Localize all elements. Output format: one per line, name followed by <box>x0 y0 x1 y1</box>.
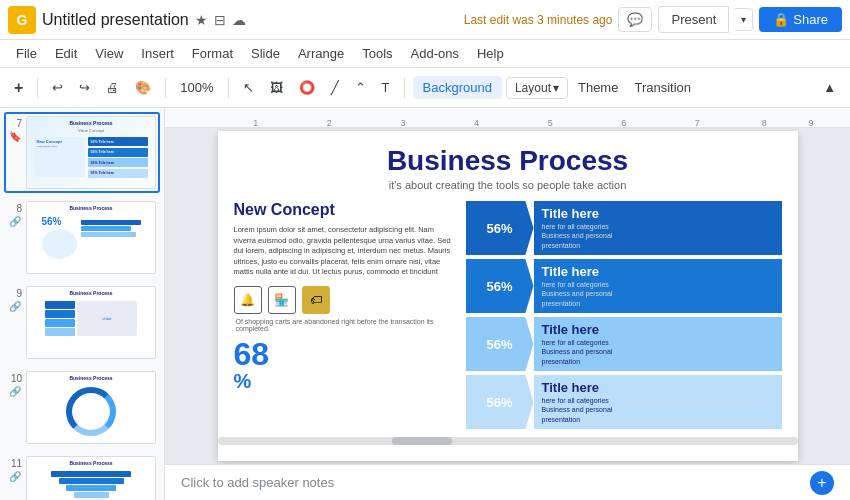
undo-button[interactable]: ↩ <box>46 76 69 99</box>
chevron-row-1[interactable]: 56% Title here here for all categoriesBu… <box>466 201 782 255</box>
menu-addons[interactable]: Add-ons <box>403 44 467 63</box>
slide-big-pct: % <box>234 370 454 393</box>
slide-preview-7: Business Process Value Concept New Conce… <box>26 116 156 189</box>
slide-right-column: 56% Title here here for all categoriesBu… <box>466 201 782 429</box>
slide-thumb-11[interactable]: 11 🔗 Business Process <box>4 452 160 500</box>
thumb-title-11: Business Process <box>69 460 112 466</box>
slide-icon-area-9: 9 🔗 <box>8 286 22 312</box>
zoom-level[interactable]: 100% <box>174 76 219 99</box>
layout-button[interactable]: Layout ▾ <box>506 77 568 99</box>
present-button[interactable]: Present <box>658 6 729 33</box>
menu-slide[interactable]: Slide <box>243 44 288 63</box>
thumb-content-10: Business Process <box>27 372 155 443</box>
title-area: Untitled presentation ★ ⊟ ☁ <box>42 11 458 29</box>
slide-panel[interactable]: 7 🔖 Business Process Value Concept New C… <box>0 108 165 500</box>
ruler-mark-2: 2 <box>327 118 332 128</box>
line-tool[interactable]: ╱ <box>325 76 345 99</box>
menu-file[interactable]: File <box>8 44 45 63</box>
slide-thumb-8[interactable]: 8 🔗 Business Process 56% <box>4 197 160 278</box>
cloud-icon[interactable]: ☁ <box>232 12 246 28</box>
present-dropdown-button[interactable]: ▾ <box>735 8 753 31</box>
ruler-mark-5: 5 <box>548 118 553 128</box>
toolbar-sep-1 <box>37 78 38 98</box>
slide-icon-area-7: 7 🔖 <box>8 116 22 142</box>
paint-button[interactable]: 🎨 <box>129 76 157 99</box>
slide-thumb-9[interactable]: 9 🔗 Business Process chart <box>4 282 160 363</box>
menu-view[interactable]: View <box>87 44 131 63</box>
chevron-row-4[interactable]: 56% Title here here for all categoriesBu… <box>466 375 782 429</box>
thumb-content-7: Business Process Value Concept New Conce… <box>27 117 155 188</box>
chevron-title-3: Title here <box>542 322 774 337</box>
add-slide-button[interactable]: + <box>8 75 29 101</box>
menu-arrange[interactable]: Arrange <box>290 44 352 63</box>
print-button[interactable]: 🖨 <box>100 76 125 99</box>
slide-thumb-7[interactable]: 7 🔖 Business Process Value Concept New C… <box>4 112 160 193</box>
textbox-tool[interactable]: T <box>376 76 396 99</box>
share-button[interactable]: 🔒 Share <box>759 7 842 32</box>
layout-arrow-icon: ▾ <box>553 81 559 95</box>
chevron-title-box-3: Title here here for all categoriesBusine… <box>534 317 782 371</box>
slide-left-column: New Concept Lorem ipsum dolor sit amet, … <box>234 201 454 429</box>
ruler: 1 2 3 4 5 6 7 8 9 <box>165 108 850 128</box>
thumb-content-9: Business Process chart <box>27 287 155 358</box>
slide-canvas[interactable]: Business Process it's about creating the… <box>218 131 798 461</box>
thumb-title-10: Business Process <box>69 375 112 381</box>
slide-subtitle[interactable]: it's about creating the tools so people … <box>218 179 798 191</box>
menu-edit[interactable]: Edit <box>47 44 85 63</box>
thumb-title-8: Business Process <box>69 205 112 211</box>
add-slide-fab-button[interactable]: + <box>810 471 834 495</box>
slide-main-title[interactable]: Business Process <box>218 145 798 177</box>
chevron-sub-1: here for all categoriesBusiness and pers… <box>542 222 774 249</box>
theme-button[interactable]: Theme <box>572 76 624 99</box>
slide-icon-area-8: 8 🔗 <box>8 201 22 227</box>
menu-insert[interactable]: Insert <box>133 44 182 63</box>
collapse-button[interactable]: ▲ <box>817 76 842 99</box>
toolbar-sep-4 <box>404 78 405 98</box>
slide-canvas-area[interactable]: Business Process it's about creating the… <box>165 128 850 464</box>
shape-tool[interactable]: ⭕ <box>293 76 321 99</box>
redo-button[interactable]: ↪ <box>73 76 96 99</box>
background-button[interactable]: Background <box>413 76 502 99</box>
cursor-tool[interactable]: ↖ <box>237 76 260 99</box>
slide-body-text[interactable]: Lorem ipsum dolor sit amet, consectetur … <box>234 225 454 278</box>
main-layout: 7 🔖 Business Process Value Concept New C… <box>0 108 850 500</box>
comment-button[interactable]: 💬 <box>618 7 652 32</box>
menu-format[interactable]: Format <box>184 44 241 63</box>
chevron-sub-3: here for all categoriesBusiness and pers… <box>542 338 774 365</box>
thumb-title-7: Business Process <box>69 120 112 126</box>
image-tool[interactable]: 🖼 <box>264 76 289 99</box>
link-icon-10: 🔗 <box>9 386 21 397</box>
thumb-content-11: Business Process <box>27 457 155 500</box>
icon-box-bell[interactable]: 🔔 <box>234 286 262 314</box>
transition-button[interactable]: Transition <box>628 76 697 99</box>
ruler-mark-8: 8 <box>762 118 767 128</box>
notes-area[interactable]: Click to add speaker notes + <box>165 464 850 500</box>
slide-preview-11: Business Process <box>26 456 156 500</box>
slide-icons-row: 🔔 🏪 🏷 <box>234 286 454 314</box>
slide-header: Business Process it's about creating the… <box>218 131 798 191</box>
icon-box-tag[interactable]: 🏷 <box>302 286 330 314</box>
slide-thumb-10[interactable]: 10 🔗 Business Process <box>4 367 160 448</box>
icon-box-store[interactable]: 🏪 <box>268 286 296 314</box>
ruler-mark-3: 3 <box>400 118 405 128</box>
chevron-row-3[interactable]: 56% Title here here for all categoriesBu… <box>466 317 782 371</box>
slide-big-number: 68 <box>234 338 454 370</box>
star-icon[interactable]: ★ <box>195 12 208 28</box>
ruler-mark-1: 1 <box>253 118 258 128</box>
scroll-indicator <box>218 433 798 449</box>
doc-title[interactable]: Untitled presentation <box>42 11 189 29</box>
chevron-title-2: Title here <box>542 264 774 279</box>
page-scrollbar[interactable] <box>218 437 798 445</box>
arrow-tool[interactable]: ⌃ <box>349 76 372 99</box>
slide-icons-caption: Of shopping carts are abandoned right be… <box>236 318 454 332</box>
slide-left-title[interactable]: New Concept <box>234 201 454 219</box>
menu-tools[interactable]: Tools <box>354 44 400 63</box>
ruler-mark-4: 4 <box>474 118 479 128</box>
page-scrollbar-thumb <box>392 437 452 445</box>
drive-icon[interactable]: ⊟ <box>214 12 226 28</box>
chevron-title-1: Title here <box>542 206 774 221</box>
menu-help[interactable]: Help <box>469 44 512 63</box>
chevron-row-2[interactable]: 56% Title here here for all categoriesBu… <box>466 259 782 313</box>
slide-body: New Concept Lorem ipsum dolor sit amet, … <box>218 201 798 429</box>
toolbar-sep-2 <box>165 78 166 98</box>
